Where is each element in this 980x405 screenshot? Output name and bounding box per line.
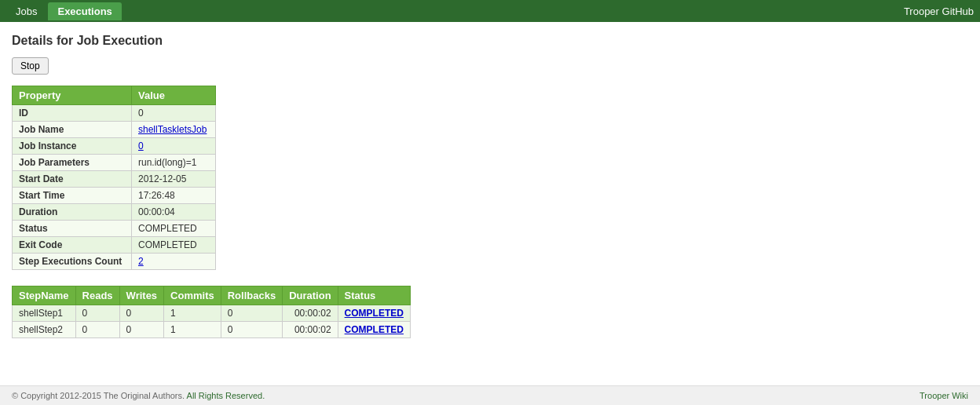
steps-header-writes: Writes xyxy=(119,286,164,305)
steps-row: shellStep1001000:00:02COMPLETED xyxy=(13,305,411,322)
steps-status-link[interactable]: COMPLETED xyxy=(345,308,404,319)
details-row: Start Date2012-12-05 xyxy=(13,171,216,188)
steps-cell-stepname: shellStep1 xyxy=(13,305,76,322)
steps-cell-status[interactable]: COMPLETED xyxy=(338,305,410,322)
details-cell-property: Exit Code xyxy=(13,237,132,254)
steps-table: StepNameReadsWritesCommitsRollbacksDurat… xyxy=(12,286,411,338)
details-row: StatusCOMPLETED xyxy=(13,221,216,237)
details-cell-property: Job Parameters xyxy=(13,155,132,171)
nav-tab-executions[interactable]: Executions xyxy=(48,2,121,20)
details-row: Job Instance0 xyxy=(13,138,216,155)
details-cell-value: run.id(long)=1 xyxy=(132,155,216,171)
footer-rights-text: All Rights Reserved. xyxy=(187,391,265,400)
page-title: Details for Job Execution xyxy=(12,34,968,48)
steps-header-reads: Reads xyxy=(75,286,119,305)
footer-wiki-link[interactable]: Trooper Wiki xyxy=(920,391,968,400)
steps-cell-writes: 0 xyxy=(119,305,164,322)
stop-button[interactable]: Stop xyxy=(12,57,49,75)
nav-tabs: Jobs Executions xyxy=(6,2,122,20)
steps-row: shellStep2001000:00:02COMPLETED xyxy=(13,322,411,338)
details-cell-value[interactable]: 2 xyxy=(132,254,216,270)
steps-header-stepname: StepName xyxy=(13,286,76,305)
details-cell-property: Job Name xyxy=(13,122,132,138)
steps-header-commits: Commits xyxy=(164,286,221,305)
details-value-link[interactable]: 2 xyxy=(138,256,144,267)
details-cell-property: Start Date xyxy=(13,171,132,188)
details-cell-value: 2012-12-05 xyxy=(132,171,216,188)
steps-cell-commits: 1 xyxy=(164,322,221,338)
steps-cell-status[interactable]: COMPLETED xyxy=(338,322,410,338)
details-cell-value: COMPLETED xyxy=(132,237,216,254)
details-cell-value: COMPLETED xyxy=(132,221,216,237)
details-row: Step Executions Count2 xyxy=(13,254,216,270)
details-cell-value: 00:00:04 xyxy=(132,204,216,221)
details-cell-property: Job Instance xyxy=(13,138,132,155)
steps-cell-stepname: shellStep2 xyxy=(13,322,76,338)
navbar: Jobs Executions Trooper GitHub xyxy=(0,0,980,22)
steps-cell-duration: 00:00:02 xyxy=(283,322,338,338)
details-table: Property Value ID0Job NameshellTaskletsJ… xyxy=(12,86,216,270)
steps-cell-rollbacks: 0 xyxy=(221,305,282,322)
footer-copyright: © Copyright 2012-2015 The Original Autho… xyxy=(12,391,265,400)
steps-cell-duration: 00:00:02 xyxy=(283,305,338,322)
details-cell-property: Start Time xyxy=(13,188,132,204)
details-header-property: Property xyxy=(13,86,132,105)
steps-cell-rollbacks: 0 xyxy=(221,322,282,338)
details-cell-value: 0 xyxy=(132,105,216,122)
details-cell-value: 17:26:48 xyxy=(132,188,216,204)
steps-cell-commits: 1 xyxy=(164,305,221,322)
details-value-link[interactable]: shellTaskletsJob xyxy=(138,124,207,135)
details-cell-property: Step Executions Count xyxy=(13,254,132,270)
details-cell-value[interactable]: shellTaskletsJob xyxy=(132,122,216,138)
steps-header-status: Status xyxy=(338,286,410,305)
details-row: ID0 xyxy=(13,105,216,122)
details-cell-property: Duration xyxy=(13,204,132,221)
details-row: Job NameshellTaskletsJob xyxy=(13,122,216,138)
footer: © Copyright 2012-2015 The Original Autho… xyxy=(0,385,980,405)
details-row: Start Time17:26:48 xyxy=(13,188,216,204)
details-value-link[interactable]: 0 xyxy=(138,140,144,151)
details-row: Job Parametersrun.id(long)=1 xyxy=(13,155,216,171)
steps-status-link[interactable]: COMPLETED xyxy=(345,324,404,335)
details-cell-value[interactable]: 0 xyxy=(132,138,216,155)
details-cell-property: ID xyxy=(13,105,132,122)
steps-cell-writes: 0 xyxy=(119,322,164,338)
details-header-value: Value xyxy=(132,86,216,105)
steps-cell-reads: 0 xyxy=(75,322,119,338)
details-row: Duration00:00:04 xyxy=(13,204,216,221)
footer-copyright-text: © Copyright 2012-2015 The Original Autho… xyxy=(12,391,185,400)
nav-tab-jobs[interactable]: Jobs xyxy=(6,2,46,20)
steps-header-duration: Duration xyxy=(283,286,338,305)
steps-cell-reads: 0 xyxy=(75,305,119,322)
steps-header-rollbacks: Rollbacks xyxy=(221,286,282,305)
navbar-github-link[interactable]: Trooper GitHub xyxy=(904,5,974,17)
details-row: Exit CodeCOMPLETED xyxy=(13,237,216,254)
main-content: Details for Job Execution Stop Property … xyxy=(0,22,980,385)
details-cell-property: Status xyxy=(13,221,132,237)
